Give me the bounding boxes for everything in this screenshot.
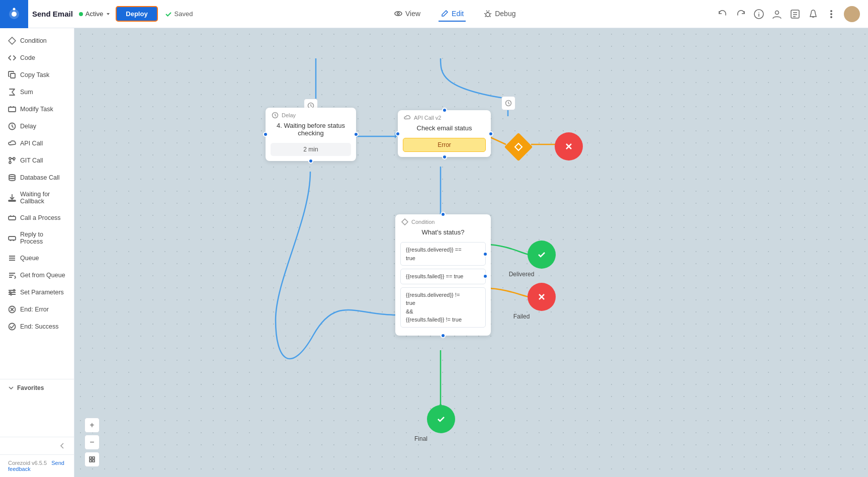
delivered-terminal[interactable] [528,241,556,269]
topbar: Send Email Active Deploy Saved View Edit… [0,0,868,28]
redo-icon[interactable] [735,9,746,20]
sidebar-favorites[interactable]: Favorites [0,379,74,396]
workflow-canvas[interactable]: Delay 4. Waiting before status checking … [74,28,868,477]
failed-container: Failed [528,283,568,318]
port-failed [483,274,488,279]
info-icon[interactable] [753,9,764,20]
fit-view-button[interactable] [84,452,100,467]
delay-bottom-port [308,158,313,164]
sidebar-item-end-success[interactable]: End: Success [0,318,74,335]
api-bottom-port [442,154,447,160]
sidebar-item-queue[interactable]: Queue [0,250,74,267]
delay-node-title: 4. Waiting before status checking [266,121,356,141]
svg-point-1 [12,12,17,17]
svg-rect-42 [90,457,92,459]
svg-point-6 [486,13,490,17]
api-top-port [442,108,447,113]
check-icon [165,11,172,18]
sidebar-item-delay[interactable]: Delay [0,118,74,135]
svg-marker-3 [107,13,110,15]
diamond-icon [8,37,16,45]
nav-view[interactable]: View [392,7,422,22]
svg-rect-22 [9,216,16,220]
delay-node-header: Delay [266,108,356,121]
sidebar-item-code[interactable]: Code [0,49,74,66]
diamond-error-node[interactable] [505,134,532,160]
sidebar-collapse-button[interactable] [0,437,74,454]
api-node-title: Check email status [398,123,491,136]
delivered-label: Delivered [501,271,542,278]
clock-icon [8,122,16,130]
zoom-out-button[interactable]: − [84,435,100,450]
database-icon [8,174,16,182]
status-indicator[interactable]: Active [79,10,111,18]
sidebar: Condition Code Copy Task Sum Modify Task… [0,28,74,477]
failed-label: Failed [501,313,542,320]
canvas-controls: + − [84,418,100,467]
api-call-node[interactable]: API Call v2 Check email status Error [398,110,491,157]
topbar-nav: View Edit Debug [193,7,717,22]
sidebar-item-database-call[interactable]: Database Call [0,169,74,186]
undo-icon[interactable] [717,9,728,20]
sidebar-footer: Corezoid v6.5.5 Send feedback [0,454,74,477]
person-icon[interactable] [771,9,783,20]
condition-row-3: {{results.delivered}} !=true&&{{results.… [400,287,486,328]
sidebar-items-list: Condition Code Copy Task Sum Modify Task… [0,28,74,379]
x-icon [563,141,574,152]
svg-rect-21 [9,200,16,201]
condition-row-2: {{results.failed}} == true [400,269,486,284]
end-error-terminal[interactable] [555,132,583,161]
get-queue-icon [8,271,16,279]
zoom-in-button[interactable]: + [84,418,100,433]
delay-node-body: 2 min [266,141,356,161]
sidebar-item-set-parameters[interactable]: Set Parameters [0,284,74,301]
sidebar-item-call-process[interactable]: Call a Process [0,209,74,226]
chevron-down-icon [106,12,111,17]
sidebar-item-reply-process[interactable]: Reply to Process [0,226,74,250]
svg-rect-15 [9,107,16,112]
svg-rect-43 [93,457,95,459]
fit-icon [89,456,96,463]
connector-api-top [501,96,515,110]
nav-edit[interactable]: Edit [439,7,466,22]
svg-marker-39 [402,219,408,225]
queue-icon [8,254,16,262]
sidebar-item-condition[interactable]: Condition [0,32,74,49]
condition-row-1: {{results.delivered}} ==true [400,242,486,266]
delay-value: 2 min [271,143,351,156]
delay-node[interactable]: Delay 4. Waiting before status checking … [266,108,356,161]
status-dot [79,12,83,16]
saved-label: Saved [175,10,193,18]
sidebar-item-git-call[interactable]: GIT Call [0,152,74,169]
more-icon[interactable] [826,9,837,20]
sidebar-item-api-call[interactable]: API Call [0,135,74,152]
sidebar-item-modify-task[interactable]: Modify Task [0,101,74,118]
sidebar-item-get-queue[interactable]: Get from Queue [0,267,74,284]
diamond-inner-icon [514,142,523,151]
svg-point-17 [9,157,11,160]
nav-debug[interactable]: Debug [482,7,517,22]
sidebar-item-copy-task[interactable]: Copy Task [0,66,74,84]
sidebar-item-waiting-callback[interactable]: Waiting for Callback [0,186,74,209]
sum-icon [8,88,16,96]
svg-point-28 [9,324,16,330]
end-error-icon [8,305,16,313]
debug-icon [484,10,492,18]
condition-node[interactable]: Condition What's status? {{results.deliv… [395,214,491,336]
cloud-icon-node [404,114,411,121]
sidebar-item-sum[interactable]: Sum [0,84,74,101]
app-logo [0,0,28,28]
final-terminal[interactable] [427,405,455,433]
avatar[interactable] [844,6,860,22]
cloud-icon [8,139,16,147]
clock-icon-node [272,112,279,119]
failed-terminal[interactable] [528,283,556,311]
svg-marker-36 [515,143,522,150]
sidebar-item-end-error[interactable]: End: Error [0,301,74,318]
svg-point-25 [14,290,15,291]
notes-icon[interactable] [790,9,801,20]
chevron-down-icon [8,385,14,391]
deploy-button[interactable]: Deploy [116,6,157,22]
bell-icon[interactable] [808,9,819,20]
svg-point-26 [11,294,12,295]
